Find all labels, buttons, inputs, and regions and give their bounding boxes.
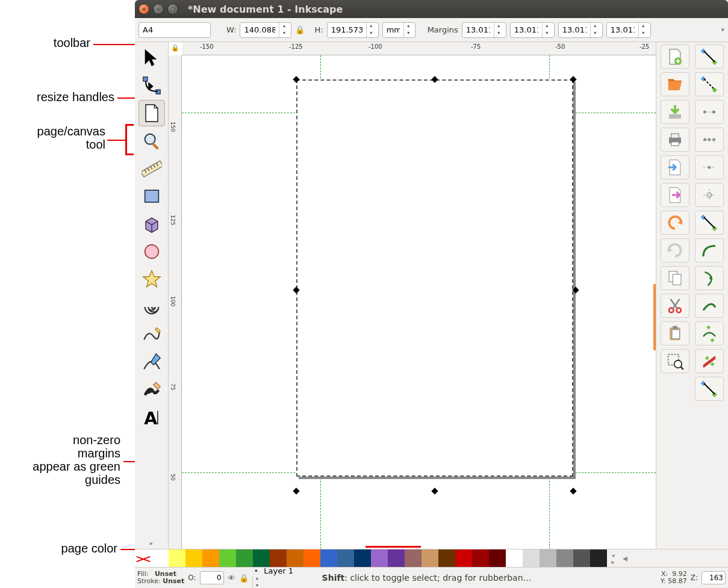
pencil-tool[interactable]	[138, 321, 165, 348]
selector-tool[interactable]	[138, 45, 165, 71]
palette-scroll[interactable]: ◂▸	[607, 549, 619, 567]
export-button[interactable]	[661, 183, 689, 207]
width-input[interactable]: ▴▾	[240, 22, 291, 38]
color-swatch[interactable]	[573, 549, 590, 567]
ruler-horizontal[interactable]: 🔒 -150 -125 -100 -75 -50 -25	[182, 42, 656, 55]
color-swatch[interactable]	[270, 549, 287, 567]
palette-menu-icon[interactable]: ◂	[619, 549, 631, 567]
color-swatch[interactable]	[185, 549, 202, 567]
node-join-button[interactable]	[695, 100, 724, 124]
color-swatch[interactable]	[236, 549, 253, 567]
color-swatch[interactable]	[556, 549, 573, 567]
margin-top[interactable]: ▴▾	[462, 22, 506, 38]
height-field[interactable]	[328, 23, 366, 37]
color-swatch[interactable]	[287, 549, 303, 567]
resize-handle[interactable]	[570, 487, 576, 494]
zoom-input[interactable]	[702, 571, 726, 584]
color-swatch[interactable]	[169, 549, 185, 567]
color-swatch[interactable]	[388, 549, 405, 567]
path-union-button[interactable]	[695, 211, 724, 235]
resize-handle[interactable]	[572, 286, 579, 293]
zoom-selection-button[interactable]	[661, 349, 689, 373]
segment-line-button[interactable]	[695, 155, 724, 179]
calligraphy-tool[interactable]	[138, 377, 165, 403]
paste-button[interactable]	[661, 321, 689, 345]
page-tool[interactable]	[138, 100, 165, 126]
color-swatch[interactable]	[303, 549, 320, 567]
unit-select[interactable]: ▴▾	[382, 22, 415, 38]
color-swatch[interactable]	[405, 549, 422, 567]
resize-handle[interactable]	[431, 487, 438, 494]
lock-icon[interactable]: 🔒	[295, 25, 305, 34]
path-cut-button[interactable]	[695, 349, 724, 373]
width-field[interactable]	[240, 23, 279, 37]
cut-button[interactable]	[661, 294, 689, 318]
color-swatch[interactable]	[337, 549, 354, 567]
node-break-button[interactable]	[695, 128, 724, 152]
copy-button[interactable]	[661, 266, 689, 290]
close-button[interactable]: ✕	[138, 4, 149, 14]
circle-tool[interactable]	[138, 238, 165, 265]
color-swatch[interactable]	[371, 549, 388, 567]
opacity-input[interactable]	[200, 571, 224, 584]
print-button[interactable]	[661, 128, 689, 152]
color-swatch[interactable]	[506, 549, 523, 567]
measure-tool[interactable]	[138, 155, 165, 182]
color-swatch[interactable]	[438, 549, 455, 567]
minimize-button[interactable]: –	[153, 4, 164, 14]
node-tool[interactable]	[138, 72, 165, 99]
margin-top-field[interactable]	[462, 23, 494, 37]
layer-selector[interactable]: • ▴▾	[252, 566, 319, 589]
margin-left[interactable]: ▴▾	[606, 22, 651, 38]
rect-tool[interactable]	[138, 183, 165, 209]
overflow-icon[interactable]: ▾	[721, 26, 724, 34]
path-inter-button[interactable]	[695, 266, 724, 290]
path-div-button[interactable]	[695, 321, 724, 345]
segment-curve-button[interactable]	[695, 183, 724, 207]
toolbox-scroll[interactable]: ▸	[148, 537, 155, 549]
path-diff-button[interactable]	[695, 238, 724, 262]
lock-guides-icon[interactable]: 🔒	[171, 44, 179, 52]
visibility-icon[interactable]: 👁	[228, 574, 235, 583]
import-button[interactable]	[661, 155, 689, 179]
lock-layer-icon[interactable]: 🔒	[239, 574, 249, 583]
layer-field[interactable]	[260, 566, 302, 575]
no-color-swatch[interactable]	[135, 549, 152, 567]
margin-bottom-field[interactable]	[559, 23, 590, 37]
zoom-tool[interactable]	[138, 128, 165, 154]
unit-field[interactable]	[383, 23, 403, 37]
color-swatch[interactable]	[489, 549, 506, 567]
margin-right[interactable]: ▴▾	[510, 22, 555, 38]
hscroll-thumb[interactable]	[366, 546, 421, 548]
node-delete-button[interactable]	[695, 72, 724, 96]
height-input[interactable]: ▴▾	[327, 22, 379, 38]
3dbox-tool[interactable]	[138, 211, 165, 237]
path-excl-button[interactable]	[695, 294, 724, 318]
margin-right-field[interactable]	[511, 23, 542, 37]
color-swatch[interactable]	[354, 549, 371, 567]
color-swatch[interactable]	[320, 549, 337, 567]
page-preset-combo[interactable]: ▴▾	[138, 22, 211, 38]
open-button[interactable]	[661, 72, 689, 96]
redo-button[interactable]	[661, 238, 689, 262]
margin-bottom[interactable]: ▴▾	[558, 22, 603, 38]
node-symm-button[interactable]	[695, 377, 724, 401]
color-swatch[interactable]	[202, 549, 219, 567]
node-add-button[interactable]	[695, 45, 724, 69]
star-tool[interactable]	[138, 266, 165, 292]
page-rectangle[interactable]	[296, 79, 573, 477]
resize-handle[interactable]	[293, 487, 299, 494]
color-swatch[interactable]	[540, 549, 556, 567]
vscroll-thumb[interactable]	[653, 284, 656, 350]
color-swatch[interactable]	[253, 549, 270, 567]
color-swatch[interactable]	[152, 549, 169, 567]
ruler-vertical[interactable]: 150 125 100 75 50	[169, 55, 182, 549]
undo-button[interactable]	[661, 211, 689, 235]
color-swatch[interactable]	[422, 549, 438, 567]
new-doc-button[interactable]	[661, 45, 689, 69]
color-swatch[interactable]	[523, 549, 540, 567]
color-swatch[interactable]	[455, 549, 472, 567]
text-tool[interactable]: A	[138, 404, 165, 431]
color-swatch[interactable]	[219, 549, 236, 567]
spiral-tool[interactable]	[138, 294, 165, 320]
